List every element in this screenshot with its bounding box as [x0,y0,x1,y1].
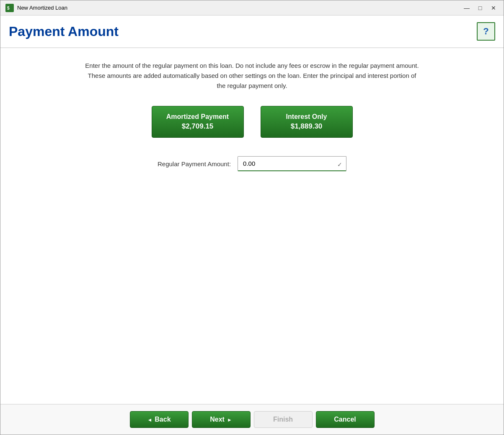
interest-only-button[interactable]: Interest Only $1,889.30 [261,106,353,138]
payment-buttons-group: Amortized Payment $2,709.15 Interest Onl… [152,106,353,138]
finish-label: Finish [273,416,293,423]
amortized-payment-amount: $2,709.15 [165,121,231,131]
cancel-button[interactable]: Cancel [316,411,375,428]
question-mark-icon: ? [483,26,488,37]
description-text: Enter the amount of the regular payment … [85,61,420,91]
page-header: Payment Amount ? [0,15,504,48]
close-button[interactable]: ✕ [488,3,499,13]
minimize-button[interactable]: — [462,3,472,13]
restore-button[interactable]: □ [475,3,485,13]
regular-payment-label: Regular Payment Amount: [158,160,231,167]
title-bar-controls: — □ ✕ [462,3,499,13]
amortized-payment-label: Amortized Payment [165,112,231,121]
title-bar-left: $ New Amortized Loan [5,4,67,12]
app-icon: $ [5,4,14,12]
window-title: New Amortized Loan [17,5,67,11]
back-label: Back [155,416,171,423]
back-arrow-icon [147,416,152,423]
interest-only-label: Interest Only [274,112,340,121]
content-area: Enter the amount of the regular payment … [0,48,504,404]
main-window: $ New Amortized Loan — □ ✕ Payment Amoun… [0,0,504,435]
next-label: Next [210,416,225,423]
checkmark-icon: ✓ [337,161,342,168]
next-button[interactable]: Next [192,411,251,428]
help-button[interactable]: ? [477,22,495,41]
amortized-payment-button[interactable]: Amortized Payment $2,709.15 [152,106,244,138]
svg-text:$: $ [7,6,10,10]
finish-button: Finish [254,411,313,428]
footer: Back Next Finish Cancel [0,404,504,435]
title-bar: $ New Amortized Loan — □ ✕ [0,0,504,15]
cancel-label: Cancel [334,416,356,423]
interest-only-amount: $1,889.30 [274,121,340,131]
regular-payment-input-wrapper: ✓ [238,156,346,171]
regular-payment-input[interactable] [238,156,346,171]
page-title: Payment Amount [9,24,119,39]
back-button[interactable]: Back [130,411,189,428]
next-arrow-icon [227,416,232,423]
regular-payment-row: Regular Payment Amount: ✓ [158,156,346,171]
